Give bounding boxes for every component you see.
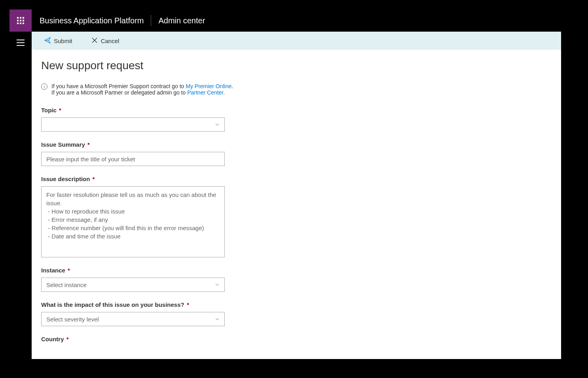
- info-icon: i: [41, 83, 47, 90]
- cancel-button[interactable]: Cancel: [91, 37, 119, 45]
- product-name: Business Application Platform: [40, 16, 144, 25]
- header-title: Business Application Platform Admin cent…: [32, 9, 205, 32]
- country-label: Country *: [41, 336, 225, 342]
- page-title: New support request: [41, 59, 552, 72]
- impact-dropdown[interactable]: Select severity level: [41, 312, 225, 326]
- app-window: Business Application Platform Admin cent…: [9, 9, 561, 359]
- instance-label: Instance *: [41, 267, 225, 274]
- info-banner: i If you have a Microsoft Premier Suppor…: [41, 83, 552, 96]
- chevron-down-icon: [215, 282, 220, 287]
- instance-dropdown[interactable]: Select instance: [41, 278, 225, 292]
- support-form: Topic * Issue Summary *: [41, 107, 225, 342]
- chevron-down-icon: [215, 122, 220, 127]
- info-text: If you have a Microsoft Premier Support …: [51, 83, 233, 96]
- content: New support request i If you have a Micr…: [32, 50, 561, 346]
- instance-value: Select instance: [46, 282, 87, 288]
- waffle-icon: [17, 17, 24, 24]
- summary-input[interactable]: [41, 152, 225, 166]
- field-topic: Topic *: [41, 107, 225, 132]
- field-impact: What is the impact of this issue on your…: [41, 301, 225, 326]
- field-summary: Issue Summary *: [41, 141, 225, 166]
- command-bar: Submit Cancel: [32, 32, 561, 50]
- field-description: Issue description *: [41, 176, 225, 257]
- main: Submit Cancel New support request: [32, 32, 561, 359]
- summary-label: Issue Summary *: [41, 141, 225, 148]
- impact-label: What is the impact of this issue on your…: [41, 301, 225, 308]
- submit-button[interactable]: Submit: [44, 37, 72, 45]
- topic-dropdown[interactable]: [41, 117, 225, 132]
- field-country: Country *: [41, 336, 225, 342]
- header-divider: [151, 15, 151, 26]
- header: Business Application Platform Admin cent…: [9, 9, 561, 32]
- body: Submit Cancel New support request: [9, 32, 561, 359]
- area-name: Admin center: [158, 16, 205, 25]
- description-label: Issue description *: [41, 176, 225, 182]
- send-icon: [44, 37, 51, 45]
- nav-toggle-button[interactable]: [17, 40, 25, 46]
- app-launcher-button[interactable]: [9, 9, 32, 32]
- impact-value: Select severity level: [46, 316, 99, 323]
- topic-label: Topic *: [41, 107, 225, 113]
- close-icon: [91, 37, 98, 45]
- cancel-label: Cancel: [101, 38, 119, 44]
- sidebar-rail: [9, 32, 32, 359]
- description-textarea[interactable]: [41, 186, 225, 257]
- hamburger-icon: [17, 40, 25, 40]
- partner-center-link[interactable]: Partner Center: [187, 89, 223, 96]
- field-instance: Instance * Select instance: [41, 267, 225, 292]
- chevron-down-icon: [215, 317, 220, 321]
- premier-online-link[interactable]: My Premier Online: [186, 83, 231, 89]
- submit-label: Submit: [54, 38, 72, 44]
